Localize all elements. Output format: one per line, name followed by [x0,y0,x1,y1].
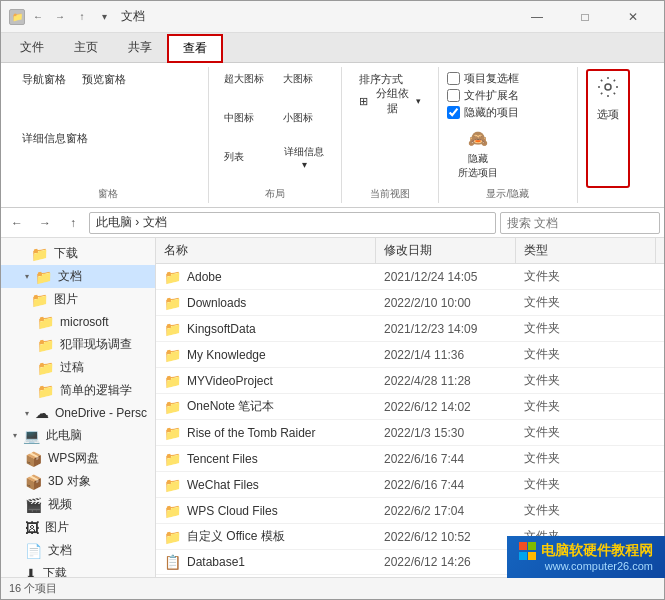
file-type-cell: 文件夹 [516,474,656,495]
qat-up[interactable]: ↑ [73,8,91,26]
ribbon: 文件 主页 共享 查看 导航窗格 预览窗格 详细信息窗格 窗格 超大图标 大图标 [1,33,664,208]
sidebar-label-microsoft: microsoft [60,315,109,329]
group-button[interactable]: ⊞ 分组依据 ▾ [350,91,430,111]
file-size-cell [656,405,664,409]
file-size-cell [656,275,664,279]
file-type-cell: 文件夹 [516,396,656,417]
file-size-cell [656,379,664,383]
tab-view[interactable]: 查看 [167,34,223,63]
table-row[interactable]: 📁Rise of the Tomb Raider2022/1/3 15:30文件… [156,420,664,446]
file-icon: 📁 [164,373,181,389]
col-header-size[interactable]: 大小 [656,238,664,263]
sidebar-item-logic[interactable]: 📁 简单的逻辑学 [1,379,155,402]
small-icon-button[interactable]: 小图标 [276,108,333,128]
file-name: WeChat Files [187,478,259,492]
options-content: 选项 [586,69,630,188]
ribbon-group-layout: 超大图标 大图标 中图标 小图标 列表 详细信息 ▾ 布局 [209,67,341,203]
table-row[interactable]: 📁Downloads2022/2/10 10:00文件夹 [156,290,664,316]
table-row[interactable]: 📁WPS Cloud Files2022/6/2 17:04文件夹 [156,498,664,524]
file-date-cell: 2022/6/12 14:02 [376,398,516,416]
sidebar-item-documents[interactable]: ▾ 📁 文档 [1,265,155,288]
sidebar-label-thispc: 此电脑 [46,427,82,444]
qat-dropdown[interactable]: ▾ [95,8,113,26]
tab-home[interactable]: 主页 [59,34,113,63]
hidden-items-label[interactable]: 隐藏的项目 [447,105,519,120]
sidebar-label-wps: WPS网盘 [48,450,99,467]
item-check-label[interactable]: 项目复选框 [447,71,519,86]
table-row[interactable]: 📁My Knowledge2022/1/4 11:36文件夹 [156,342,664,368]
up-button[interactable]: ↑ [61,211,85,235]
sidebar-item-pictures[interactable]: 📁 图片 [1,288,155,311]
file-icon: 📁 [164,347,181,363]
file-name: Tencent Files [187,452,258,466]
sidebar-item-dl2[interactable]: ⬇ 下载 [1,562,155,577]
sidebar-item-download[interactable]: 📁 下载 [1,242,155,265]
file-type-cell: 文件夹 [516,370,656,391]
address-path[interactable]: 此电脑 › 文档 [89,212,496,234]
folder-icon-crime: 📁 [37,337,54,353]
file-date-cell: 2022/2/10 10:00 [376,294,516,312]
file-name-cell: 📁WPS Cloud Files [156,501,376,521]
table-row[interactable]: 📁Adobe2021/12/24 14:05文件夹 [156,264,664,290]
col-header-name[interactable]: 名称 [156,238,376,263]
maximize-button[interactable]: □ [562,3,608,31]
sidebar-item-onedrive[interactable]: ▾ ☁ OneDrive - Persc [1,402,155,424]
ribbon-group-current-view: 排序方式 ⊞ 分组依据 ▾ 当前视图 [342,67,439,203]
sidebar-item-guo[interactable]: 📁 过稿 [1,356,155,379]
list-button[interactable]: 列表 [217,147,274,167]
tab-share[interactable]: 共享 [113,34,167,63]
col-header-type[interactable]: 类型 [516,238,656,263]
file-date-cell: 2022/1/4 11:36 [376,346,516,364]
file-ext-label[interactable]: 文件扩展名 [447,88,519,103]
search-input[interactable] [500,212,660,234]
app-icon: 📁 [9,9,25,25]
qat-forward[interactable]: → [51,8,69,26]
file-name: Adobe [187,270,222,284]
ribbon-group-options: 选项 x [578,67,658,203]
sidebar-label-3dobj: 3D 对象 [48,473,91,490]
item-check-box[interactable] [447,72,460,85]
tab-file[interactable]: 文件 [5,34,59,63]
sidebar-item-video[interactable]: 🎬 视频 [1,493,155,516]
col-header-date[interactable]: 修改日期 [376,238,516,263]
large-icon-button[interactable]: 大图标 [276,69,333,89]
details-pane-button[interactable]: 详细信息窗格 [15,128,95,148]
file-ext-box[interactable] [447,89,460,102]
sidebar-item-wps[interactable]: 📦 WPS网盘 [1,447,155,470]
sidebar-item-pic2[interactable]: 🖼 图片 [1,516,155,539]
preview-pane-button[interactable]: 预览窗格 [75,69,133,89]
file-date-cell: 2021/12/24 14:05 [376,268,516,286]
back-button[interactable]: ← [5,211,29,235]
file-size-cell [656,457,664,461]
options-button[interactable]: 选项 [586,69,630,188]
table-row[interactable]: 📁Tencent Files2022/6/16 7:44文件夹 [156,446,664,472]
hidden-items-box[interactable] [447,106,460,119]
file-name: MYVideoProject [187,374,273,388]
video-icon: 🎬 [25,497,42,513]
qat-back[interactable]: ← [29,8,47,26]
close-button[interactable]: ✕ [610,3,656,31]
main-area: 📁 下载 ▾ 📁 文档 📁 图片 📁 microsoft [1,238,664,577]
details-button[interactable]: 详细信息 ▾ [276,147,333,167]
file-name: KingsoftData [187,322,256,336]
table-row[interactable]: 📁MYVideoProject2022/4/28 11:28文件夹 [156,368,664,394]
sidebar-item-crime[interactable]: 📁 犯罪现场调查 [1,333,155,356]
sidebar-item-doc2[interactable]: 📄 文档 [1,539,155,562]
hide-selected-button[interactable]: 🙈 隐藏 所选项目 [451,124,505,185]
sidebar-item-microsoft[interactable]: 📁 microsoft [1,311,155,333]
sidebar-item-thispc[interactable]: ▾ 💻 此电脑 [1,424,155,447]
forward-button[interactable]: → [33,211,57,235]
nav-pane-button[interactable]: 导航窗格 [15,69,73,89]
table-row[interactable]: 📁KingsoftData2021/12/23 14:09文件夹 [156,316,664,342]
extra-large-icon-button[interactable]: 超大图标 [217,69,274,89]
wps-icon: 📦 [25,451,42,467]
file-name-cell: 📁My Knowledge [156,345,376,365]
table-row[interactable]: 📁OneNote 笔记本2022/6/12 14:02文件夹 [156,394,664,420]
sidebar-item-3dobj[interactable]: 📦 3D 对象 [1,470,155,493]
hidden-items-text: 隐藏的项目 [464,105,519,120]
minimize-button[interactable]: — [514,3,560,31]
medium-icon-button[interactable]: 中图标 [217,108,274,128]
file-name: WPS Cloud Files [187,504,278,518]
table-row[interactable]: 📁WeChat Files2022/6/16 7:44文件夹 [156,472,664,498]
sidebar: 📁 下载 ▾ 📁 文档 📁 图片 📁 microsoft [1,238,156,577]
